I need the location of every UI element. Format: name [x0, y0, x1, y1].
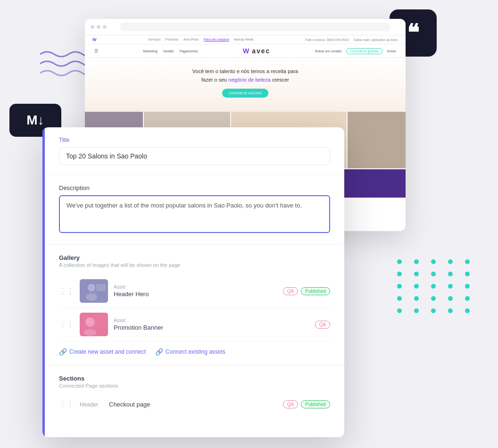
svg-point-6: [85, 317, 95, 327]
gallery-section: Gallery A collection of images that will…: [42, 245, 344, 365]
hero-thumb-svg: [80, 279, 108, 303]
website-logo-small: W: [92, 37, 97, 42]
drag-handle-2[interactable]: ⋮⋮: [59, 320, 74, 329]
main-nav-marketing: Marketing: [143, 50, 158, 53]
quote-icon: ❝: [407, 22, 419, 44]
sections-title: Sections: [59, 375, 330, 382]
gallery-title: Gallery: [59, 254, 330, 261]
nav-login: Entrar: [387, 50, 396, 53]
drag-handle-1[interactable]: ⋮⋮: [59, 287, 74, 296]
section-badges-1: QA Published: [283, 400, 330, 408]
hero-highlight: negócio de beleza: [229, 77, 271, 83]
browser-nav: [85, 19, 406, 35]
nav-link-4: Para seu negócio: [204, 38, 229, 41]
svg-point-3: [86, 293, 97, 301]
promo-thumb-svg: [80, 313, 108, 336]
section-qa-badge-1: QA: [283, 400, 298, 408]
asset-info-2: Asset Promotion Banner: [114, 318, 309, 331]
connect-assets-link[interactable]: 🔗 Connect existing assets: [155, 348, 225, 356]
hero-cta-button[interactable]: CONHECE AGORA: [222, 89, 269, 98]
hero-line2: fazer o seu: [201, 77, 228, 83]
asset-name-1: Header Hero: [114, 290, 277, 298]
avec-logo: avec: [243, 47, 270, 55]
website-hero: Você tem o talento e nós temos a receita…: [85, 58, 406, 112]
asset-name-2: Promotion Banner: [114, 324, 309, 331]
asset-row-1: ⋮⋮ Asset Header Hero QA Published: [59, 274, 330, 308]
accent-bar: [42, 127, 45, 437]
svg-point-2: [88, 284, 95, 291]
asset-type-1: Asset: [114, 284, 277, 290]
create-asset-label: Create new asset and connect: [69, 348, 146, 355]
section-name-1: Checkout page: [109, 401, 277, 408]
asset-type-2: Asset: [114, 318, 309, 323]
nav-consultation: Consultoria gratuita: [346, 48, 382, 54]
asset-thumb-hero: [80, 279, 108, 303]
create-asset-link[interactable]: 🔗 Create new asset and connect: [59, 348, 146, 356]
app-info: Saiba mais: aplicativo da Avec: [354, 38, 398, 41]
contact-info: Fale conosco: 0800 878 0934: [305, 38, 349, 41]
description-section: Description We've put together a list of…: [42, 175, 344, 245]
nav-link-1: Serviços: [148, 38, 161, 41]
asset-badges-1: QA Published: [283, 287, 330, 295]
nav-contact: Entrar em contato: [315, 50, 342, 53]
section-type-1: Header: [80, 401, 103, 408]
nav-link-3: Avec/Pass: [183, 38, 199, 41]
gallery-subtitle: A collection of images that will be show…: [59, 262, 330, 268]
asset-info-1: Asset Header Hero: [114, 284, 277, 298]
main-nav-gestao: Gestão: [163, 50, 174, 53]
section-row-1: ⋮⋮ Header Checkout page QA Published: [59, 395, 330, 414]
section-drag-handle-1[interactable]: ⋮⋮: [59, 400, 74, 409]
img-4: [348, 112, 406, 168]
svg-point-7: [84, 329, 96, 336]
title-input[interactable]: [59, 147, 330, 165]
asset-row-2: ⋮⋮ Asset Promotion Banner QA: [59, 308, 330, 341]
teal-dots-decoration: [397, 259, 474, 313]
published-badge-1: Published: [301, 287, 330, 295]
asset-badges-2: QA: [315, 321, 330, 329]
wavy-decoration: [38, 47, 90, 90]
hero-line3: crescer: [271, 77, 289, 83]
content-panel: Title Description We've put together a l…: [42, 127, 344, 437]
gallery-actions: 🔗 Create new asset and connect 🔗 Connect…: [59, 348, 330, 356]
link-icon-1: 🔗: [59, 348, 67, 356]
svg-rect-4: [96, 284, 106, 291]
nav-link-5: Beauty Week: [234, 38, 254, 41]
title-label: Title: [59, 137, 330, 143]
title-section: Title: [42, 127, 344, 175]
sections-section: Sections Connected Page sections ⋮⋮ Head…: [42, 365, 344, 423]
link-icon-2: 🔗: [155, 348, 163, 356]
description-textarea[interactable]: We've put together a list of the most po…: [59, 195, 330, 233]
sections-subtitle: Connected Page sections: [59, 383, 330, 389]
markdown-icon: M↓: [26, 113, 44, 128]
website-top-nav: W Serviços Produtos Avec/Pass Para seu n…: [85, 35, 406, 44]
section-published-badge-1: Published: [301, 400, 330, 408]
qa-badge-2: QA: [315, 321, 330, 329]
hero-text: Você tem o talento e nós temos a receita…: [94, 67, 396, 84]
connect-assets-label: Connect existing assets: [166, 348, 225, 355]
description-label: Description: [59, 184, 330, 191]
main-nav-pagamentos: Pagamentos: [180, 50, 198, 53]
website-main-nav: ☰ Marketing Gestão Pagamentos avec Entra…: [85, 44, 406, 58]
nav-link-2: Produtos: [166, 38, 179, 41]
url-bar: [120, 23, 390, 31]
asset-thumb-promo: [80, 313, 108, 336]
qa-badge-1: QA: [283, 287, 298, 295]
hero-line1: Você tem o talento e nós temos a receita…: [192, 68, 298, 74]
